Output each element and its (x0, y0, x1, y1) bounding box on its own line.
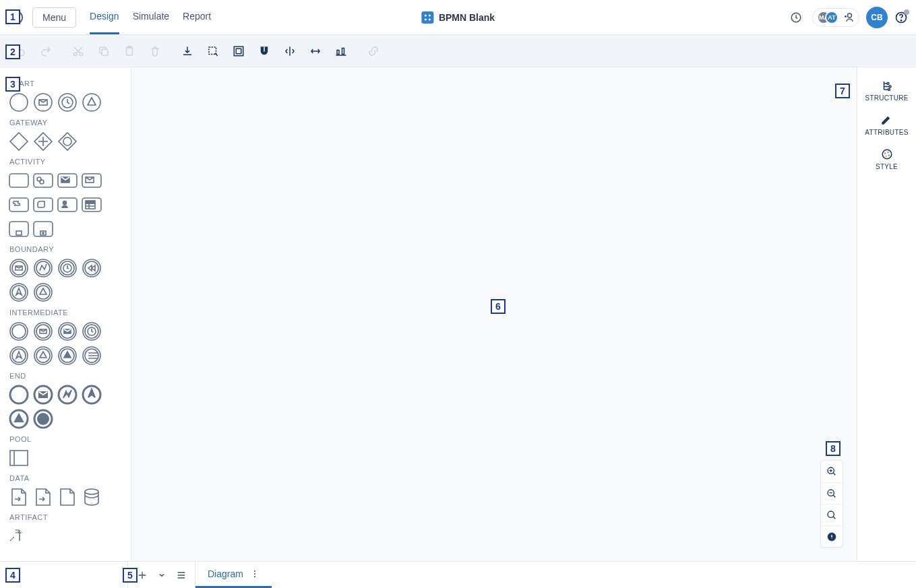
shape-intermediate-none[interactable] (8, 321, 30, 342)
svg-rect-18 (342, 48, 344, 54)
shape-end-message[interactable] (32, 384, 54, 405)
link-button[interactable] (361, 39, 386, 63)
panel-attributes-label: ATTRIBUTES (865, 129, 908, 136)
shape-end-none[interactable] (8, 384, 30, 405)
shape-manual-task[interactable] (32, 194, 54, 216)
shape-start-timer[interactable] (57, 92, 78, 113)
download-button[interactable] (175, 39, 200, 63)
align-v-button[interactable] (303, 39, 328, 63)
diagram-tab-label: Diagram (208, 568, 243, 579)
document-title-text: BPMN Blank (439, 12, 495, 23)
shape-boundary-error[interactable] (32, 257, 54, 279)
diagram-dropdown-button[interactable] (153, 566, 170, 585)
align-h-button[interactable] (278, 39, 302, 63)
group-button[interactable] (226, 39, 251, 63)
zoom-in-button[interactable] (821, 461, 843, 482)
shape-start-message[interactable] (32, 92, 54, 113)
help-icon[interactable] (894, 11, 908, 24)
copy-button[interactable] (92, 39, 116, 63)
cut-button[interactable] (66, 39, 90, 63)
shape-service-task[interactable] (32, 170, 54, 191)
shape-boundary-signal[interactable] (32, 282, 54, 303)
user-avatar[interactable]: CB (866, 7, 888, 28)
paste-button[interactable] (117, 39, 142, 63)
svg-point-2 (428, 14, 430, 16)
shape-intermediate-escalation-catch[interactable] (8, 345, 30, 366)
compass-button[interactable] (821, 525, 843, 547)
shape-end-escalation[interactable] (81, 384, 102, 405)
menu-button[interactable]: Menu (32, 7, 76, 28)
shape-intermediate-message-catch[interactable] (32, 321, 54, 342)
bpmn-icon (421, 11, 433, 24)
shape-intermediate-signal-catch[interactable] (32, 345, 54, 366)
palette-group-activity-label: ACTIVITY (9, 158, 124, 166)
panel-style[interactable]: STYLE (876, 148, 898, 170)
svg-point-78 (10, 386, 28, 403)
zoom-out-button[interactable] (821, 482, 843, 504)
shape-text-annotation[interactable] (8, 525, 30, 547)
shape-data-input[interactable] (8, 486, 30, 508)
shape-business-rule-task[interactable] (81, 194, 102, 216)
select-area-button[interactable] (201, 39, 225, 63)
svg-rect-17 (337, 50, 339, 54)
shape-task[interactable] (8, 170, 30, 191)
diagram-tab[interactable]: Diagram (195, 562, 272, 588)
shape-boundary-timer[interactable] (57, 257, 78, 279)
shape-end-terminate[interactable] (32, 408, 54, 430)
magnet-button[interactable] (252, 39, 276, 63)
shape-boundary-compensation[interactable] (81, 257, 102, 279)
shape-end-signal[interactable] (8, 408, 30, 430)
shape-intermediate-link[interactable] (81, 345, 102, 366)
shape-start-signal[interactable] (81, 92, 102, 113)
diagram-list-button[interactable] (173, 566, 189, 585)
shape-subprocess-collapsed[interactable] (8, 218, 30, 240)
svg-point-59 (10, 323, 28, 340)
svg-point-6 (848, 13, 852, 18)
shape-subprocess-expanded[interactable] (32, 218, 54, 240)
shape-data-store[interactable] (81, 486, 102, 508)
mode-tabs: Design Simulate Report (90, 0, 211, 34)
shape-boundary-escalation[interactable] (8, 282, 30, 303)
shape-intermediate-message-throw[interactable] (57, 321, 78, 342)
shape-user-task (57, 194, 78, 216)
shape-send-task[interactable] (57, 170, 78, 191)
shape-start-none[interactable] (8, 92, 30, 113)
svg-rect-11 (102, 49, 108, 55)
tab-simulate[interactable]: Simulate (133, 0, 169, 34)
shape-boundary-message[interactable] (8, 257, 30, 279)
svg-point-25 (63, 137, 71, 145)
shape-script-task[interactable] (8, 194, 30, 216)
distribute-button[interactable] (329, 39, 353, 63)
redo-button[interactable] (34, 39, 58, 63)
panel-structure[interactable]: STRUCTURE (865, 79, 908, 102)
panel-structure-label: STRUCTURE (865, 94, 908, 102)
shape-palette: START GATEWAY ACTIVITY (0, 67, 131, 561)
shape-receive-task[interactable] (81, 170, 102, 191)
shape-intermediate-signal-throw[interactable] (57, 345, 78, 366)
shape-gateway-inclusive[interactable] (57, 131, 78, 152)
svg-point-90 (828, 511, 834, 517)
svg-point-24 (83, 94, 100, 111)
collaborators-chip[interactable]: MA AT (812, 8, 859, 27)
shape-end-error[interactable] (57, 384, 78, 405)
shape-intermediate-timer[interactable] (81, 321, 102, 342)
shape-gateway-parallel[interactable] (32, 131, 54, 152)
shape-data-object[interactable] (57, 486, 78, 508)
kebab-icon[interactable] (250, 569, 259, 579)
svg-point-98 (888, 154, 889, 156)
shape-pool[interactable] (8, 447, 30, 469)
zoom-controls (820, 460, 843, 548)
shape-gateway-exclusive[interactable] (8, 131, 30, 152)
canvas-area[interactable] (131, 67, 857, 561)
action-toolbar (0, 35, 916, 67)
tab-design[interactable]: Design (90, 0, 119, 34)
svg-point-57 (34, 284, 52, 301)
history-icon[interactable] (787, 8, 805, 27)
svg-point-8 (900, 20, 901, 20)
panel-attributes[interactable]: ATTRIBUTES (865, 114, 908, 136)
tab-report[interactable]: Report (183, 0, 211, 34)
shape-data-output[interactable] (32, 486, 54, 508)
callout-3: 3 (5, 77, 20, 92)
delete-button[interactable] (143, 39, 167, 63)
zoom-fit-button[interactable] (821, 504, 843, 525)
